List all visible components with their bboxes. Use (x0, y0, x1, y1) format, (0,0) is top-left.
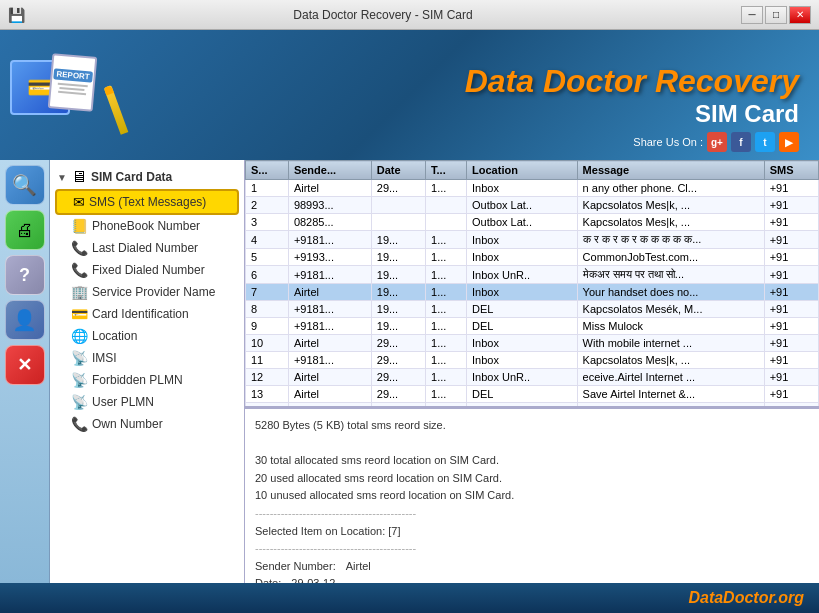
tree-root-label: SIM Card Data (91, 170, 172, 184)
sender-value: Airtel (346, 558, 371, 576)
tree-expand-icon[interactable]: ▼ (57, 172, 67, 183)
table-row[interactable]: 11+9181...29...1...InboxKapcsolatos Mes|… (246, 352, 819, 369)
table-cell-0: 9 (246, 318, 289, 335)
table-cell-5: n any other phone. Cl... (577, 180, 764, 197)
table-cell-2: 19... (371, 231, 425, 249)
print-button[interactable]: 🖨 (5, 210, 45, 250)
sidebar-item-sms[interactable]: ✉SMS (Text Messages) (55, 189, 239, 215)
table-cell-4: Inbox UnR.. (467, 369, 578, 386)
table-cell-4: Inbox (467, 231, 578, 249)
sidebar-item-phonebook[interactable]: 📒PhoneBook Number (55, 215, 239, 237)
table-cell-6: +91 (764, 352, 818, 369)
close-button[interactable]: ✕ (789, 6, 811, 24)
sidebar-item-location[interactable]: 🌐Location (55, 325, 239, 347)
table-cell-6: +91 (764, 231, 818, 249)
table-cell-3: 1... (426, 386, 467, 403)
twitter-icon[interactable]: t (755, 132, 775, 152)
table-row[interactable]: 1Airtel29...1...Inboxn any other phone. … (246, 180, 819, 197)
sidebar-item-userplmn[interactable]: 📡User PLMN (55, 391, 239, 413)
cardid-icon: 💳 (71, 306, 88, 322)
table-cell-4: Inbox (467, 284, 578, 301)
table-row[interactable]: 12Airtel29...1...Inbox UnR..eceive.Airte… (246, 369, 819, 386)
table-row[interactable]: 298993...Outbox Lat..Kapcsolatos Mes|k, … (246, 197, 819, 214)
brand-block: Data Doctor Recovery SIM Card (465, 63, 799, 128)
table-cell-5: Your handset does no... (577, 284, 764, 301)
table-row[interactable]: 308285...Outbox Lat..Kapcsolatos Mes|k, … (246, 214, 819, 231)
sidebar-item-imsi[interactable]: 📡IMSI (55, 347, 239, 369)
table-row[interactable]: 7Airtel19...1...InboxYour handset does n… (246, 284, 819, 301)
table-col-2: Date (371, 161, 425, 180)
tree-panel: ▼ 🖥 SIM Card Data ✉SMS (Text Messages)📒P… (50, 160, 245, 583)
table-cell-0: 1 (246, 180, 289, 197)
user-button[interactable]: 👤 (5, 300, 45, 340)
titlebar: 💾 Data Doctor Recovery - SIM Card ─ □ ✕ (0, 0, 819, 30)
table-cell-0: 4 (246, 231, 289, 249)
info-line4: 20 used allocated sms reord location on … (255, 470, 809, 488)
table-cell-0: 10 (246, 335, 289, 352)
data-table[interactable]: S...Sende...DateT...LocationMessageSMS 1… (245, 160, 819, 408)
lastdialed-icon: 📞 (71, 240, 88, 256)
table-cell-5: Miss Mulock (577, 318, 764, 335)
table-row[interactable]: 13Airtel29...1...DELSave Airtel Internet… (246, 386, 819, 403)
sidebar-item-serviceprovider[interactable]: 🏢Service Provider Name (55, 281, 239, 303)
table-row[interactable]: 6+9181...19...1...Inbox UnR..मेकअर समय प… (246, 266, 819, 284)
table-row[interactable]: 4+9181...19...1...Inboxक र क र क र क क क… (246, 231, 819, 249)
rss-icon[interactable]: ▶ (779, 132, 799, 152)
forbiddenplmn-icon: 📡 (71, 372, 88, 388)
sidebar-item-label-cardid: Card Identification (92, 307, 189, 321)
location-icon: 🌐 (71, 328, 88, 344)
table-row[interactable]: 8+9181...19...1...DELKapcsolatos Mesék, … (246, 301, 819, 318)
table-row[interactable]: 10Airtel29...1...InboxWith mobile intern… (246, 335, 819, 352)
info-line5: 10 unused allocated sms reord location o… (255, 487, 809, 505)
table-cell-2: 19... (371, 318, 425, 335)
sidebar-item-label-fixeddialed: Fixed Dialed Number (92, 263, 205, 277)
info-spacer (255, 435, 809, 453)
table-cell-6: +91 (764, 266, 818, 284)
info-sender-row: Sender Number: Airtel (255, 558, 809, 576)
table-cell-4: DEL (467, 386, 578, 403)
table-cell-6: +91 (764, 318, 818, 335)
exit-button[interactable]: ✕ (5, 345, 45, 385)
table-cell-1: Airtel (288, 180, 371, 197)
facebook-icon[interactable]: f (731, 132, 751, 152)
maximize-button[interactable]: □ (765, 6, 787, 24)
table-cell-5: Kapcsolatos Mes|k, ... (577, 214, 764, 231)
table-col-1: Sende... (288, 161, 371, 180)
sidebar-item-forbiddenplmn[interactable]: 📡Forbidden PLMN (55, 369, 239, 391)
table-row[interactable]: 5+9193...19...1...InboxCommonJobTest.com… (246, 249, 819, 266)
table-cell-3: 1... (426, 352, 467, 369)
table-row[interactable]: 9+9181...19...1...DEL Miss Mulock+91 (246, 318, 819, 335)
share-row: Share Us On : g+ f t ▶ (633, 132, 799, 152)
table-cell-1: Airtel (288, 386, 371, 403)
table-cell-2: 29... (371, 180, 425, 197)
table-cell-5: Save Airtel Internet &... (577, 386, 764, 403)
table-cell-6: +91 (764, 335, 818, 352)
sidebar-item-fixeddialed[interactable]: 📞Fixed Dialed Number (55, 259, 239, 281)
search-button[interactable]: 🔍 (5, 165, 45, 205)
footer-brand-text: DataDoctor.org (688, 589, 804, 606)
table-cell-0: 8 (246, 301, 289, 318)
table-cell-3: 1... (426, 335, 467, 352)
table-cell-3: 1... (426, 301, 467, 318)
table-cell-6: +91 (764, 386, 818, 403)
sidebar-item-lastdialed[interactable]: 📞Last Dialed Number (55, 237, 239, 259)
google-plus-icon[interactable]: g+ (707, 132, 727, 152)
table-cell-6: +91 (764, 180, 818, 197)
table-cell-4: Inbox (467, 352, 578, 369)
sms-icon: ✉ (73, 194, 85, 210)
table-cell-3 (426, 214, 467, 231)
table-cell-5: eceive.Airtel Internet ... (577, 369, 764, 386)
sidebar-item-ownnumber[interactable]: 📞Own Number (55, 413, 239, 435)
footer: DataDoctor.org (0, 583, 819, 613)
sidebar-item-label-imsi: IMSI (92, 351, 117, 365)
table-cell-1: Airtel (288, 335, 371, 352)
table-cell-0: 5 (246, 249, 289, 266)
table-cell-1: +9181... (288, 301, 371, 318)
help-button[interactable]: ? (5, 255, 45, 295)
table-cell-6: +91 (764, 214, 818, 231)
minimize-button[interactable]: ─ (741, 6, 763, 24)
ownnumber-icon: 📞 (71, 416, 88, 432)
sidebar-item-cardid[interactable]: 💳Card Identification (55, 303, 239, 325)
window-controls: ─ □ ✕ (741, 6, 811, 24)
app-icon: 💾 (8, 7, 25, 23)
